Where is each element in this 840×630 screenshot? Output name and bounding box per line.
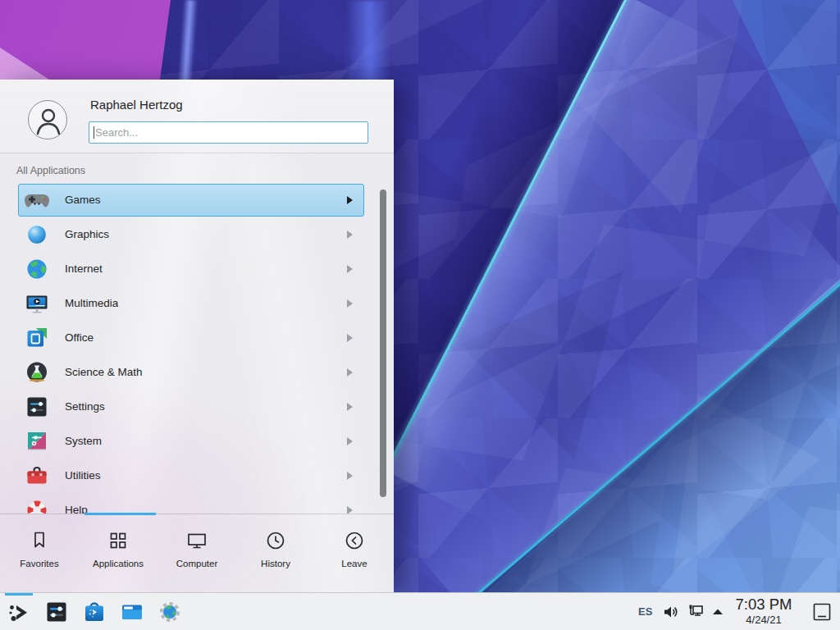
category-office[interactable]: Office <box>0 321 394 355</box>
tab-favorites[interactable]: Favorites <box>0 514 79 594</box>
office-documents-icon <box>24 325 50 351</box>
launcher-open-indicator <box>5 593 33 596</box>
application-launcher-menu: Raphael Hertzog All Applications <box>0 80 394 592</box>
category-label: Help <box>65 493 88 514</box>
category-label: Science & Math <box>65 355 143 390</box>
life-ring-icon <box>24 497 50 514</box>
category-graphics[interactable]: Graphics <box>0 217 394 252</box>
discover-bag-icon[interactable] <box>81 599 107 625</box>
person-icon <box>29 101 68 140</box>
applications-grid-icon <box>106 528 130 553</box>
globe-icon <box>24 256 50 282</box>
submenu-arrow-icon <box>347 403 353 411</box>
submenu-arrow-icon <box>347 265 353 273</box>
search-input[interactable] <box>89 121 368 144</box>
submenu-arrow-icon <box>347 334 353 342</box>
digital-clock[interactable]: 7:03 PM 4/24/21 <box>727 593 801 630</box>
category-system[interactable]: System <box>0 424 394 459</box>
launcher-header: Raphael Hertzog <box>0 80 394 153</box>
submenu-arrow-icon <box>347 368 353 377</box>
category-list: Games Graphics <box>0 183 394 514</box>
multimedia-monitor-icon <box>24 290 50 317</box>
computer-monitor-icon <box>185 528 209 553</box>
show-desktop-button[interactable] <box>811 601 833 623</box>
search-field-wrap <box>89 121 368 144</box>
category-games[interactable]: Games <box>0 183 394 217</box>
launcher-tab-bar: Favorites Applications <box>0 514 394 593</box>
taskbar: ES 7:03 PM 4/24/21 <box>0 592 840 630</box>
category-label: Settings <box>65 390 105 424</box>
tab-label: Favorites <box>20 559 58 568</box>
leave-circle-icon <box>342 528 367 553</box>
gear-globe-icon[interactable] <box>157 599 183 625</box>
settings-sliders-icon <box>24 394 50 420</box>
blue-folder-icon[interactable] <box>119 599 145 625</box>
graphics-sphere-icon <box>24 221 50 248</box>
category-label: Utilities <box>65 459 101 493</box>
clock-date: 4/24/21 <box>727 614 801 626</box>
submenu-arrow-icon <box>347 231 353 239</box>
category-label: Games <box>65 183 101 217</box>
submenu-arrow-icon <box>347 506 353 514</box>
science-flask-icon <box>24 359 50 386</box>
application-launcher-button plasma-logo-icon[interactable] <box>6 600 32 626</box>
category-label: Office <box>65 321 94 355</box>
category-label: Graphics <box>65 217 109 252</box>
tab-label: Computer <box>176 559 218 568</box>
active-tab-indicator <box>84 513 156 515</box>
tab-leave[interactable]: Leave <box>315 514 394 594</box>
expand-tray-arrow-icon[interactable] <box>710 605 725 619</box>
category-label: Internet <box>65 252 103 286</box>
category-internet[interactable]: Internet <box>0 252 394 286</box>
category-science-math[interactable]: Science & Math <box>0 355 394 390</box>
wallpaper-glow-streak-2 <box>345 0 390 82</box>
section-label: All Applications <box>16 165 85 176</box>
user-name: Raphael Hertzog <box>90 98 183 112</box>
submenu-arrow-icon <box>347 299 353 308</box>
tab-computer[interactable]: Computer <box>158 514 236 594</box>
gamepad-icon <box>24 187 50 213</box>
tab-applications[interactable]: Applications <box>79 514 158 594</box>
category-settings[interactable]: Settings <box>0 390 394 424</box>
user-avatar[interactable] <box>28 100 67 139</box>
toolbox-icon <box>24 463 50 489</box>
history-clock-icon <box>263 528 288 553</box>
tab-history[interactable]: History <box>236 514 315 594</box>
tab-label: Applications <box>93 559 144 568</box>
desktop: Raphael Hertzog All Applications <box>0 0 840 630</box>
tab-label: History <box>261 559 290 568</box>
scrollbar-thumb[interactable] <box>380 189 386 497</box>
keyboard-layout-indicator[interactable]: ES <box>638 593 652 630</box>
submenu-arrow-icon <box>347 472 353 480</box>
system-settings-icon[interactable] <box>43 599 70 625</box>
category-label: Multimedia <box>65 286 118 321</box>
bookmark-icon <box>27 528 52 553</box>
category-help[interactable]: Help <box>0 493 394 514</box>
volume-icon[interactable] <box>661 602 681 622</box>
tab-label: Leave <box>341 559 367 568</box>
submenu-arrow-icon <box>347 437 353 445</box>
submenu-arrow-icon <box>347 196 353 204</box>
network-wired-icon[interactable] <box>686 602 705 622</box>
system-sliders-icon <box>24 428 50 454</box>
text-cursor <box>94 126 94 139</box>
category-label: System <box>65 424 102 459</box>
category-utilities[interactable]: Utilities <box>0 459 394 493</box>
category-multimedia[interactable]: Multimedia <box>0 286 394 321</box>
clock-time: 7:03 PM <box>727 596 801 614</box>
